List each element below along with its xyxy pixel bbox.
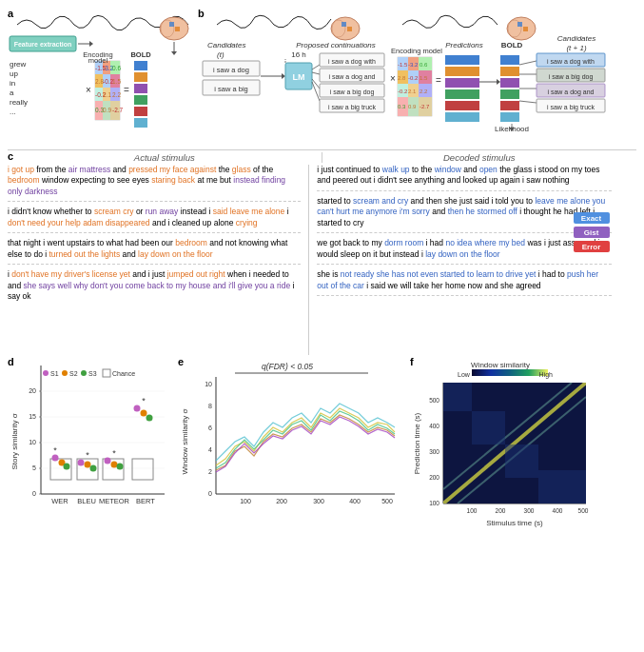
stimulus-block-4: i don't have my driver's license yet and… bbox=[8, 269, 301, 306]
stimulus-block-3: that night i went upstairs to what had b… bbox=[8, 238, 301, 265]
e-xtick-500: 500 bbox=[381, 498, 393, 504]
d-tick-15: 15 bbox=[29, 413, 36, 420]
panel-d-svg: Story similarity σ 0 5 10 15 20 WER bbox=[8, 356, 165, 508]
actual-1-orange-2: pressed my face against bbox=[128, 165, 216, 174]
actual-1-normal-1: from the bbox=[36, 165, 68, 174]
dec-2-blue-1: scream and cry bbox=[353, 196, 408, 206]
f-y-label: Prediction time (s) bbox=[413, 412, 421, 474]
mbv8: 2.1 bbox=[408, 89, 417, 94]
panel-c-left: i got up from the air mattress and press… bbox=[8, 165, 309, 355]
actual-3-orange-2: turned out the lights bbox=[49, 249, 120, 259]
badge-gist: Gist bbox=[574, 227, 610, 238]
bold-b-bar2 bbox=[500, 67, 519, 76]
f-xtick-400: 400 bbox=[553, 507, 563, 514]
e-ytick-2: 2 bbox=[208, 468, 212, 475]
e-title: q(FDR) < 0.05 bbox=[262, 362, 313, 371]
candidates-t-sub: (t) bbox=[217, 50, 224, 59]
actual-2-normal-3: instead i bbox=[181, 207, 213, 216]
panel-d: d Story similarity σ 0 5 10 15 20 bbox=[8, 356, 174, 542]
bold-bar4 bbox=[134, 95, 147, 105]
predictions-label: Predictions bbox=[445, 41, 483, 49]
star-meteor: * bbox=[112, 448, 116, 458]
panel-b: b Candidates (t) i saw a dog i saw a big bbox=[198, 8, 644, 146]
arrow-head-feat bbox=[89, 41, 93, 47]
actual-3-normal-3: and bbox=[123, 249, 139, 259]
e-x-label: Stimulus time (s) bbox=[277, 506, 334, 508]
f-xtick-300: 300 bbox=[524, 507, 535, 514]
e-xtick-200: 200 bbox=[276, 498, 287, 504]
actual-1-orange-5: staring back bbox=[151, 175, 195, 185]
decoded-block-1: i just continued to walk up to the windo… bbox=[317, 165, 611, 191]
bold-bar5 bbox=[134, 107, 147, 116]
panel-d-label: d bbox=[8, 356, 14, 367]
pred-bar3 bbox=[445, 78, 479, 88]
s3-bert bbox=[146, 415, 153, 422]
mbv10: 0.3 bbox=[398, 104, 406, 109]
f-xtick-500: 500 bbox=[578, 507, 589, 514]
pred-bar4 bbox=[445, 89, 479, 99]
proposed-label: Proposed continuations bbox=[296, 41, 376, 49]
actual-1-normal-3: the bbox=[219, 165, 232, 174]
brain-sq2 bbox=[175, 27, 180, 31]
panel-a-svg: Feature extraction grew up in a really .… bbox=[8, 8, 198, 146]
s2-meteor bbox=[111, 462, 118, 468]
word-in: in bbox=[10, 79, 15, 88]
pred-bar5 bbox=[445, 101, 479, 110]
f-ytick-400: 400 bbox=[429, 423, 439, 429]
bold-b-bar6 bbox=[500, 112, 519, 122]
star-bert: * bbox=[142, 396, 146, 405]
panel-f-svg: Window similarity Low High bbox=[410, 356, 595, 537]
dec-2-normal-2: and then she just said i told you to bbox=[411, 196, 536, 206]
mbv1: -1.5 bbox=[398, 62, 408, 68]
f-x-label: Stimulus time (s) bbox=[486, 519, 543, 527]
candidates-t-label: Candidates bbox=[207, 41, 245, 49]
bold-label-a: BOLD bbox=[130, 50, 151, 59]
dec-1-blue-3: open bbox=[479, 165, 498, 174]
dec-2-normal-1: started to bbox=[317, 196, 353, 206]
actual-2-normal-1: i didn't know whether to bbox=[8, 207, 94, 216]
chance-bert bbox=[132, 459, 153, 480]
bold-b-bar5 bbox=[500, 101, 519, 110]
word-up: up bbox=[10, 69, 18, 78]
actual-1-normal-6: at me but bbox=[197, 175, 233, 185]
bottom-row: d Story similarity σ 0 5 10 15 20 bbox=[8, 356, 636, 542]
mbv7: -0.2 bbox=[398, 89, 408, 94]
panel-f: f Window similarity Low High bbox=[410, 356, 636, 542]
mv8: 2.1 bbox=[103, 91, 111, 98]
feature-extraction-text: Feature extraction bbox=[14, 41, 72, 48]
e-xtick-100: 100 bbox=[240, 498, 251, 504]
s2-bert bbox=[141, 410, 147, 417]
star-wer: * bbox=[53, 445, 57, 455]
pred-bar1 bbox=[445, 55, 479, 65]
waveform-b2 bbox=[402, 15, 498, 28]
decoded-block-3: we got back to my dorm room i had no ide… bbox=[317, 238, 611, 265]
bold-b-bar4 bbox=[500, 89, 519, 99]
e-ytick-10: 10 bbox=[205, 381, 212, 387]
actual-2-normal-4: i bbox=[287, 207, 289, 216]
panel-c-right: i just continued to walk up to the windo… bbox=[309, 165, 611, 355]
arrow-cont1 bbox=[312, 65, 320, 69]
s1-meteor bbox=[105, 458, 111, 464]
main-container: a Feature extraction bbox=[0, 0, 644, 652]
actual-1-orange-4: bedroom bbox=[8, 175, 40, 185]
mv9: 2.2 bbox=[112, 91, 121, 98]
actual-1-orange-1: i got up bbox=[8, 165, 34, 174]
e-ytick-6: 6 bbox=[208, 425, 212, 431]
arr-t1-4 bbox=[519, 101, 537, 103]
d-tick-5: 5 bbox=[32, 464, 36, 471]
dec-1-normal-3: and bbox=[463, 165, 479, 174]
dec-4-blue-1: not ready she has not even started to le… bbox=[341, 269, 537, 279]
cand-text2: i saw a big bbox=[214, 85, 247, 93]
mv3: 0.6 bbox=[112, 65, 121, 71]
s3-meteor bbox=[117, 464, 124, 470]
mbv9: 2.2 bbox=[420, 89, 428, 94]
f-colorbar-low: Low bbox=[458, 371, 471, 378]
panel-e-label: e bbox=[178, 356, 184, 367]
lm-text: LM bbox=[293, 72, 305, 82]
panel-a-label: a bbox=[8, 8, 13, 19]
f-xtick-200: 200 bbox=[496, 507, 506, 514]
f-colorbar-high: High bbox=[539, 371, 554, 379]
dec-1-normal-1: i just continued to bbox=[317, 165, 382, 174]
actual-2-purple-1: run away bbox=[146, 207, 179, 216]
mv12: -2.7 bbox=[112, 107, 124, 113]
